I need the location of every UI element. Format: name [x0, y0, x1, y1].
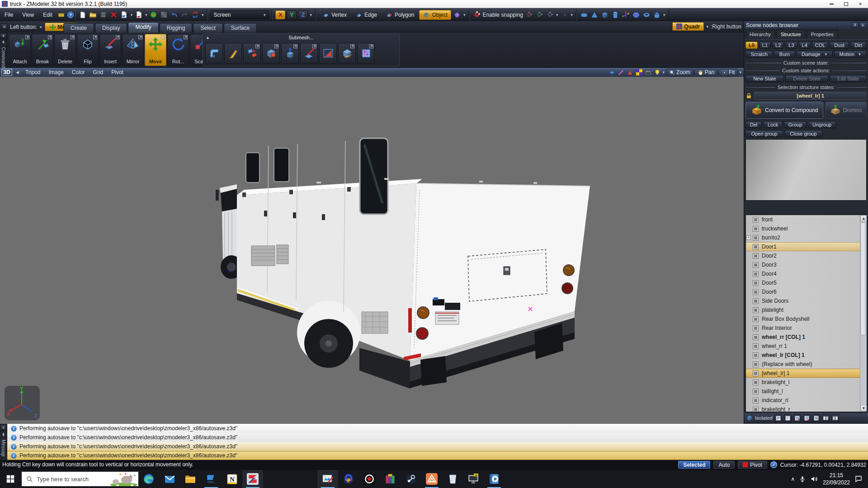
- primitive-box-icon[interactable]: [580, 10, 589, 19]
- material-icon[interactable]: [160, 10, 169, 19]
- tool-attach[interactable]: Attach: [9, 34, 31, 66]
- submesh-header[interactable]: ▲ Submesh...: [203, 34, 399, 41]
- help-icon[interactable]: ?: [66, 10, 75, 19]
- submesh-tool-raise[interactable]: [281, 43, 299, 64]
- taskbar-icon-orange-triangle-app[interactable]: [421, 470, 442, 488]
- taskbar-icon-obs-record[interactable]: [359, 470, 380, 488]
- dismiss-button[interactable]: Dismiss: [825, 102, 867, 119]
- volume-icon[interactable]: [810, 475, 818, 483]
- display-dropdown[interactable]: ▾: [662, 70, 665, 75]
- pan-button[interactable]: Pan: [694, 69, 717, 76]
- wireframe-pen-icon[interactable]: [617, 69, 625, 76]
- layer-l1-button[interactable]: L1: [759, 42, 771, 49]
- group-button[interactable]: Group: [784, 121, 807, 128]
- mode-overflow[interactable]: ▾: [463, 13, 466, 17]
- nav-overflow[interactable]: ▾: [739, 70, 742, 75]
- scroll-up-icon[interactable]: ▲: [860, 215, 867, 222]
- mode-uv-icon[interactable]: [453, 10, 462, 19]
- taskbar-icon-media-player[interactable]: [484, 470, 505, 488]
- node-visibility-icon[interactable]: [753, 271, 759, 277]
- taskbar-icon-mail[interactable]: [159, 470, 180, 488]
- node-row[interactable]: Door1: [746, 242, 867, 251]
- new-file-icon[interactable]: [78, 10, 87, 19]
- layer-l2-button[interactable]: L2: [772, 42, 784, 49]
- redo-icon[interactable]: [180, 10, 189, 19]
- import-icon[interactable]: [120, 10, 129, 19]
- taskbar-clock[interactable]: 21:15 22/09/2022: [823, 472, 850, 486]
- panel-close-icon[interactable]: ×: [1, 23, 8, 30]
- mode-edge-button[interactable]: Edge: [352, 10, 381, 20]
- message-row[interactable]: iPerforming autosave to "c:\users\window…: [7, 442, 868, 451]
- screen-dropdown[interactable]: Screen ▾: [210, 10, 269, 19]
- layer-l4-button[interactable]: L4: [799, 42, 811, 49]
- tool-move[interactable]: Move: [145, 34, 166, 66]
- primitive-cylinder-icon[interactable]: [611, 10, 620, 19]
- node-row[interactable]: Door4: [746, 269, 867, 278]
- node-visibility-icon[interactable]: [753, 343, 759, 349]
- snap-vertex-icon[interactable]: [524, 10, 533, 19]
- tool-insert[interactable]: Insert: [99, 34, 121, 66]
- chevron-down-icon[interactable]: ▼: [856, 52, 862, 56]
- close-group-button[interactable]: Close group: [784, 130, 822, 137]
- submesh-tool-slice[interactable]: [300, 43, 318, 64]
- axis-y-button[interactable]: Y: [287, 10, 297, 19]
- node-row[interactable]: wheel_rr [COL] 1: [746, 333, 867, 342]
- node-row[interactable]: Door6: [746, 287, 867, 296]
- node-visibility-icon[interactable]: [753, 235, 759, 241]
- check-icon[interactable]: ✓: [770, 461, 777, 468]
- list-view-icon[interactable]: [774, 414, 782, 422]
- selected-mode-button[interactable]: Selected: [678, 461, 710, 469]
- open-file-icon[interactable]: [89, 10, 98, 19]
- viewport-menu-image[interactable]: Image: [49, 69, 64, 75]
- lock-icon[interactable]: [745, 93, 752, 99]
- pivot-button[interactable]: Pivot: [738, 461, 767, 469]
- snapping-label[interactable]: Enable snapping: [483, 12, 523, 18]
- node-row[interactable]: front: [746, 215, 867, 224]
- axis-x-button[interactable]: X: [275, 10, 285, 19]
- taskbar-icon-winrar[interactable]: [380, 470, 401, 488]
- snapping-overflow[interactable]: ▾: [571, 13, 574, 17]
- viewport-menu-tripod[interactable]: Tripod: [25, 69, 41, 75]
- submesh-tool-extrude[interactable]: [262, 43, 280, 64]
- node-row[interactable]: +burrito2: [746, 233, 867, 242]
- submesh-tool-fillet[interactable]: [205, 43, 223, 64]
- primitive-tube-icon[interactable]: [652, 10, 661, 19]
- node-visibility-icon[interactable]: [753, 407, 759, 413]
- axis-overflow[interactable]: ▾: [309, 13, 312, 17]
- tool-options-icon[interactable]: [25, 35, 29, 39]
- node-visibility-icon[interactable]: [753, 389, 759, 394]
- taskbar-icon-monitor-99[interactable]: 99: [463, 470, 484, 488]
- submesh-tool-triangulate[interactable]: [319, 43, 337, 64]
- node-visibility-icon[interactable]: [753, 298, 759, 304]
- mode-object-button[interactable]: Object: [419, 10, 451, 20]
- convert-to-compound-button[interactable]: Convert to Compound: [745, 102, 823, 119]
- node-visibility-icon[interactable]: [753, 398, 759, 404]
- node-row[interactable]: indicator_rl: [746, 396, 867, 405]
- node-visibility-icon[interactable]: [753, 217, 759, 223]
- tool-options-icon[interactable]: [48, 35, 52, 39]
- node-row[interactable]: wheel_lr [COL] 1: [746, 351, 867, 360]
- tool-break[interactable]: Break: [32, 34, 53, 66]
- taskbar-icon-remote-desktop[interactable]: [201, 470, 222, 488]
- primitive-dummy-icon[interactable]: [621, 10, 630, 19]
- auto-button[interactable]: Auto: [713, 461, 735, 469]
- message-row[interactable]: iPerforming autosave to "c:\users\window…: [7, 433, 868, 442]
- menu-file[interactable]: File: [0, 10, 18, 19]
- isolated-label[interactable]: Isolated: [755, 415, 773, 421]
- viewport-3d[interactable]: Y X Z: [0, 77, 744, 424]
- taskbar-icon-notepad-plus[interactable]: N: [222, 470, 242, 488]
- save-file-icon[interactable]: [99, 10, 108, 19]
- del-button[interactable]: Del: [745, 121, 762, 128]
- node-visibility-icon[interactable]: [753, 226, 759, 232]
- taskbar-icon-zmodeler[interactable]: [242, 470, 263, 488]
- close-button[interactable]: ×: [854, 0, 867, 8]
- node-row[interactable]: [wheel_lr] 1: [746, 369, 867, 378]
- start-button[interactable]: [0, 470, 21, 488]
- layer-l3-button[interactable]: L3: [785, 42, 797, 49]
- copy-node-icon[interactable]: [812, 414, 820, 422]
- state-burn-button[interactable]: Burn: [774, 51, 795, 58]
- tab-select[interactable]: Select: [193, 23, 222, 33]
- taskbar-icon-edge[interactable]: [138, 470, 159, 488]
- snap-edge-icon[interactable]: [535, 10, 544, 19]
- tab-structure[interactable]: Structure: [776, 29, 806, 38]
